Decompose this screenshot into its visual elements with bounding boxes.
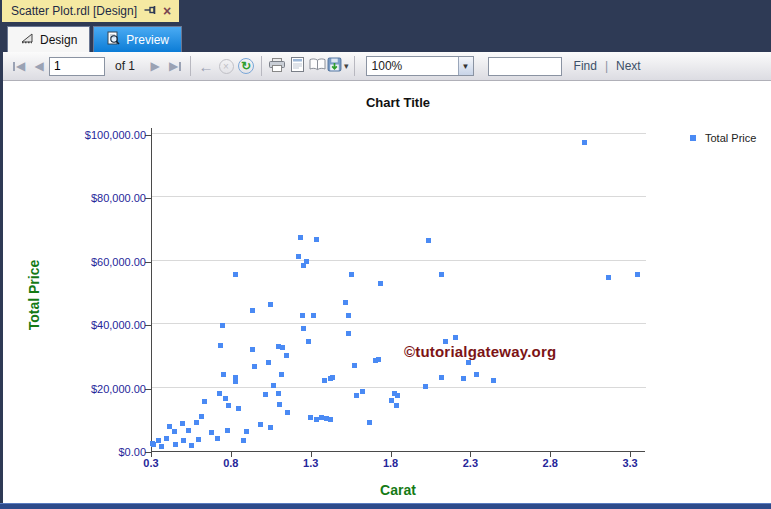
data-point <box>151 442 156 447</box>
data-point <box>439 375 444 380</box>
file-tab[interactable]: Scatter Plot.rdl [Design] × <box>2 0 179 22</box>
find-link[interactable]: Find <box>574 59 597 73</box>
data-point <box>301 263 306 268</box>
data-point <box>189 443 194 448</box>
y-axis-tick <box>145 198 152 199</box>
report-preview-area: Chart Title Total Price Total Price $0.0… <box>3 81 771 503</box>
last-page-button[interactable]: ▶ <box>165 55 185 77</box>
next-page-button[interactable]: ▶ <box>145 55 165 77</box>
data-point <box>202 399 207 404</box>
data-point <box>343 300 348 305</box>
data-point <box>225 428 230 433</box>
print-button[interactable] <box>267 55 287 77</box>
data-point <box>233 375 238 380</box>
data-point <box>330 375 335 380</box>
data-point <box>296 254 301 259</box>
data-point <box>360 389 365 394</box>
data-point <box>156 438 161 443</box>
report-viewer-toolbar: ◀ ◀ of 1 ▶ ▶ ← × ↻ ▾ 100% ▼ Find | Next <box>3 52 771 81</box>
first-page-arrow-icon: ◀ <box>16 59 25 73</box>
data-point <box>298 235 303 240</box>
data-point <box>209 430 214 435</box>
x-axis-tick-label: 2.3 <box>450 457 490 469</box>
export-dropdown-caret-icon: ▾ <box>344 61 349 71</box>
data-point <box>271 383 276 388</box>
watermark-text: ©tutorialgateway.org <box>404 343 556 360</box>
data-point <box>284 353 289 358</box>
data-point <box>426 238 431 243</box>
export-button[interactable]: ▾ <box>327 55 349 77</box>
refresh-button[interactable]: ↻ <box>236 55 256 77</box>
stop-icon: × <box>219 59 234 74</box>
gridline <box>152 260 646 261</box>
pin-icon[interactable] <box>144 4 156 18</box>
first-page-button[interactable]: ◀ <box>9 55 29 77</box>
printer-icon <box>269 58 285 75</box>
data-point <box>258 422 263 427</box>
legend-marker-icon <box>690 135 696 141</box>
data-point <box>346 331 351 336</box>
next-page-arrow-icon: ▶ <box>150 59 159 73</box>
data-point <box>308 415 313 420</box>
file-tab-label: Scatter Plot.rdl [Design] <box>11 4 137 18</box>
plot-area <box>151 128 645 452</box>
page-number-input[interactable] <box>49 57 105 76</box>
previous-page-button[interactable]: ◀ <box>29 55 49 77</box>
close-icon[interactable]: × <box>163 5 171 17</box>
data-point <box>172 429 177 434</box>
data-point <box>376 357 381 362</box>
data-point <box>233 272 238 277</box>
x-axis-tick-label: 3.3 <box>610 457 650 469</box>
data-point <box>233 379 238 384</box>
toolbar-separator <box>354 56 355 76</box>
data-point <box>215 436 220 441</box>
data-point <box>328 417 333 422</box>
data-point <box>241 438 246 443</box>
y-axis-tick <box>145 389 152 390</box>
data-point <box>279 372 284 377</box>
find-input[interactable] <box>488 57 562 76</box>
stop-button[interactable]: × <box>216 55 236 77</box>
data-point <box>346 313 351 318</box>
y-axis-tick-label: $0.00 <box>3 446 146 458</box>
design-icon <box>20 32 34 47</box>
data-point <box>453 335 458 340</box>
data-point <box>392 391 397 396</box>
back-button[interactable]: ← <box>196 55 216 77</box>
data-point <box>367 420 372 425</box>
data-point <box>252 364 257 369</box>
data-point <box>266 360 271 365</box>
print-layout-button[interactable] <box>287 55 307 77</box>
first-page-bar-icon <box>13 62 15 71</box>
y-axis-tick-label: $40,000.00 <box>3 319 146 331</box>
status-bar <box>0 503 771 509</box>
y-axis-tick <box>145 262 152 263</box>
legend-label: Total Price <box>705 132 756 144</box>
find-next-separator: | <box>605 59 608 73</box>
data-point <box>466 360 471 365</box>
previous-page-arrow-icon: ◀ <box>34 59 43 73</box>
data-point <box>300 313 305 318</box>
back-arrow-icon: ← <box>199 58 214 75</box>
zoom-select[interactable]: 100% ▼ <box>366 56 474 76</box>
find-next-link[interactable]: Next <box>616 59 641 73</box>
data-point <box>322 378 327 383</box>
data-point <box>354 393 359 398</box>
zoom-dropdown-caret-icon[interactable]: ▼ <box>458 57 473 75</box>
data-point <box>306 339 311 344</box>
chart-title: Chart Title <box>151 95 645 110</box>
data-point <box>311 313 316 318</box>
page-setup-button[interactable] <box>307 55 327 77</box>
data-point <box>250 308 255 313</box>
print-layout-icon <box>291 57 304 75</box>
data-point <box>173 442 178 447</box>
data-point <box>268 302 273 307</box>
tab-preview[interactable]: Preview <box>93 26 182 52</box>
y-axis-tick-label: $80,000.00 <box>3 192 146 204</box>
data-point <box>352 363 357 368</box>
data-point <box>635 272 640 277</box>
data-point <box>221 372 226 377</box>
data-point <box>223 396 228 401</box>
tab-design[interactable]: Design <box>7 26 90 52</box>
y-axis-tick <box>145 325 152 326</box>
